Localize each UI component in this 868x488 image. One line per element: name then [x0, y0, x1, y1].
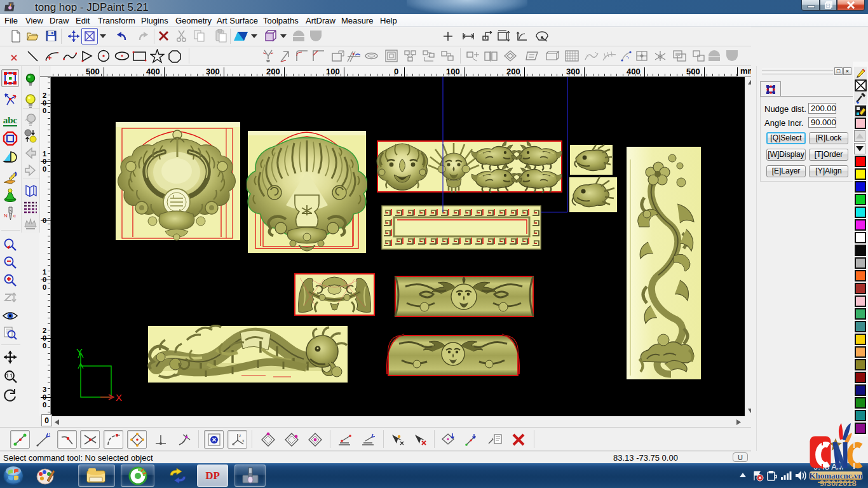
svg-text:Y: Y [76, 346, 83, 357]
svg-text:N: N [4, 213, 8, 219]
svg-text:z: z [239, 433, 241, 438]
svg-text:X: X [116, 392, 122, 403]
svg-text:x: x [242, 438, 245, 443]
svg-text:c: c [13, 213, 16, 219]
